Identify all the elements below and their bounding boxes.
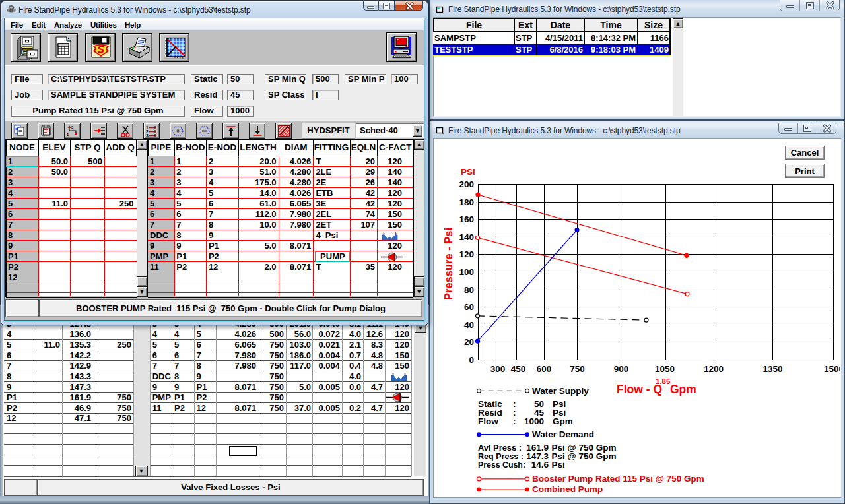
- svg-text:0: 0: [469, 355, 474, 365]
- svg-text:Gpm: Gpm: [670, 383, 696, 396]
- svg-text:Water Demand: Water Demand: [532, 429, 594, 439]
- svg-text:160: 160: [459, 214, 474, 224]
- svg-text:1200: 1200: [704, 364, 724, 374]
- svg-text:Combined Pump: Combined Pump: [532, 484, 603, 494]
- svg-text:300: 300: [490, 364, 506, 374]
- svg-text:Water Supply: Water Supply: [532, 386, 589, 396]
- svg-text:1000: 1000: [524, 416, 544, 426]
- svg-text::: :: [513, 416, 516, 426]
- svg-text:Pressure - Psi: Pressure - Psi: [442, 228, 454, 300]
- svg-text:200: 200: [459, 179, 474, 189]
- svg-text:750: 750: [570, 364, 585, 374]
- svg-text:60: 60: [464, 302, 474, 312]
- svg-text:Gpm: Gpm: [553, 416, 573, 426]
- svg-text:120: 120: [459, 249, 474, 259]
- svg-text:140: 140: [459, 232, 474, 242]
- svg-text:Psi: Psi: [552, 460, 565, 470]
- svg-text:Booster Pump Rated 115 Psi @ 7: Booster Pump Rated 115 Psi @ 750 Gpm: [532, 474, 704, 484]
- svg-text:1350: 1350: [762, 364, 782, 374]
- svg-text:Press Cush:: Press Cush:: [478, 460, 525, 470]
- svg-text:180: 180: [459, 197, 474, 207]
- svg-text:1500: 1500: [824, 364, 840, 374]
- svg-text:450: 450: [511, 364, 526, 374]
- svg-text:1050: 1050: [655, 364, 675, 374]
- svg-text:14.6: 14.6: [531, 460, 549, 470]
- svg-text:3: 3: [146, 133, 149, 138]
- svg-text:1: 1: [67, 133, 69, 137]
- svg-text:20: 20: [464, 337, 474, 347]
- svg-text:900: 900: [614, 364, 629, 374]
- svg-text:3: 3: [71, 125, 74, 129]
- svg-text:PSI: PSI: [461, 167, 475, 177]
- svg-text:40: 40: [464, 320, 474, 330]
- svg-text:Flow: Flow: [478, 416, 498, 426]
- svg-text:1.85: 1.85: [656, 377, 671, 385]
- svg-text:100: 100: [459, 267, 474, 277]
- svg-text:600: 600: [537, 364, 552, 374]
- svg-text:80: 80: [464, 285, 474, 295]
